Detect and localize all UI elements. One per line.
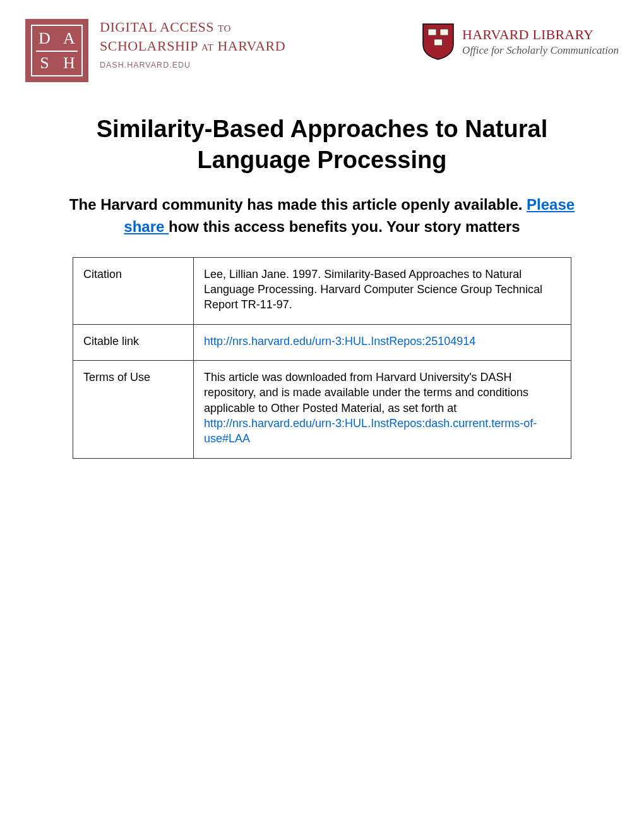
dash-logo-letter: H — [63, 54, 75, 73]
access-text-before: The Harvard community has made this arti… — [69, 196, 527, 213]
dash-url: DASH.HARVARD.EDU — [100, 61, 285, 70]
dash-logo-letter: S — [40, 54, 49, 73]
harvard-library-title: HARVARD LIBRARY — [462, 27, 619, 43]
dash-logo-letter: D — [39, 29, 51, 48]
svg-rect-1 — [440, 29, 448, 35]
harvard-office-subtitle: Office for Scholarly Communication — [462, 44, 619, 57]
harvard-text-block: HARVARD LIBRARY Office for Scholarly Com… — [462, 27, 619, 57]
harvard-branding: HARVARD LIBRARY Office for Scholarly Com… — [422, 23, 619, 61]
harvard-shield-icon — [422, 23, 455, 61]
citable-link[interactable]: http://nrs.harvard.edu/urn-3:HUL.InstRep… — [204, 335, 475, 348]
dash-branding: D A S H DIGITAL ACCESS TO SCHOLARSHIP AT… — [25, 19, 285, 82]
access-statement: The Harvard community has made this arti… — [63, 194, 581, 238]
terms-link[interactable]: http://nrs.harvard.edu/urn-3:HUL.InstRep… — [204, 417, 537, 445]
page: D A S H DIGITAL ACCESS TO SCHOLARSHIP AT… — [0, 0, 644, 478]
table-row: Citable link http://nrs.harvard.edu/urn-… — [73, 324, 571, 360]
citable-link-label: Citable link — [73, 324, 194, 360]
citation-value: Lee, Lillian Jane. 1997. Similarity-Base… — [194, 257, 571, 324]
article-title: Similarity-Based Approaches to Natural L… — [88, 114, 556, 175]
terms-value: This article was downloaded from Harvard… — [194, 361, 571, 458]
dash-line1-small: TO — [218, 23, 231, 33]
citation-label: Citation — [73, 257, 194, 324]
table-row: Terms of Use This article was downloaded… — [73, 361, 571, 458]
svg-rect-0 — [428, 29, 436, 35]
dash-logo-letter: A — [63, 29, 75, 48]
svg-rect-2 — [434, 39, 443, 45]
access-text-after: how this access benefits you. Your story… — [169, 218, 520, 235]
metadata-table: Citation Lee, Lillian Jane. 1997. Simila… — [73, 257, 571, 459]
citable-link-value: http://nrs.harvard.edu/urn-3:HUL.InstRep… — [194, 324, 571, 360]
table-row: Citation Lee, Lillian Jane. 1997. Simila… — [73, 257, 571, 324]
dash-line2-b: AT — [201, 42, 213, 52]
dash-line2-c: HARVARD — [217, 38, 285, 54]
dash-text-block: DIGITAL ACCESS TO SCHOLARSHIP AT HARVARD… — [100, 19, 285, 70]
dash-line1-main: DIGITAL ACCESS — [100, 19, 214, 35]
terms-label: Terms of Use — [73, 361, 194, 458]
terms-text: This article was downloaded from Harvard… — [204, 371, 528, 414]
dash-logo-icon: D A S H — [25, 19, 88, 82]
header: D A S H DIGITAL ACCESS TO SCHOLARSHIP AT… — [25, 19, 619, 82]
dash-line2-a: SCHOLARSHIP — [100, 38, 198, 54]
